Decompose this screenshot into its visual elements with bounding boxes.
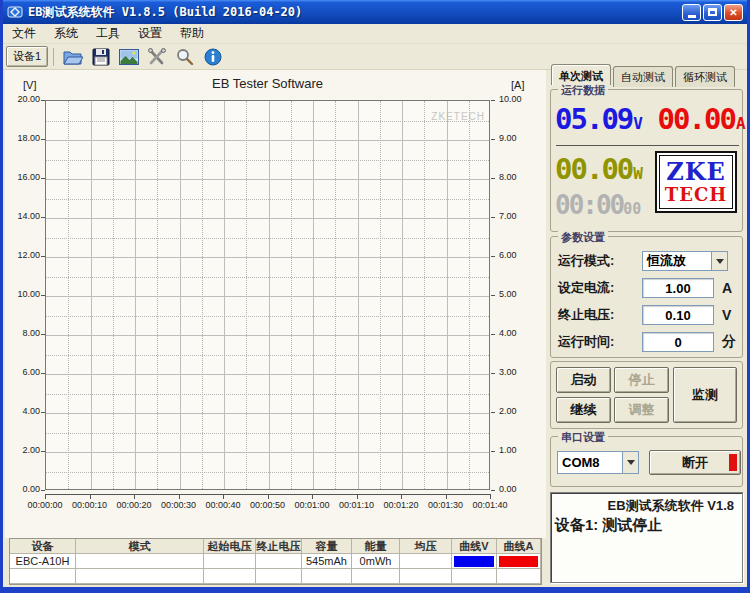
tab-2[interactable]: 循环测试 [675,66,735,87]
x-tickmark [134,494,135,499]
open-file-icon[interactable] [61,46,85,68]
tab-1[interactable]: 自动测试 [613,66,673,87]
toolbar-separator [53,48,54,66]
param-input-2[interactable]: 0.10 [642,305,714,325]
parameter-group: 参数设置 运行模式:恒流放设定电流:1.00A终止电压:0.10V运行时间:0分 [550,236,743,358]
table-cell [256,554,302,569]
gridline-h-minor [46,277,489,278]
gridline-v-minor [157,101,158,489]
logo-line1: ZKE [666,160,726,184]
image-export-icon[interactable] [117,46,141,68]
table-row[interactable]: EBC-A10H545mAh0mWh [10,554,541,569]
y-tick-right: 10.00 [499,94,539,104]
y-tickmark-left [41,373,45,374]
menu-item-2[interactable]: 工具 [87,23,129,44]
y-tick-right: 9.00 [499,133,539,143]
y-tickmark-right [491,334,495,335]
tab-0[interactable]: 单次测试 [551,64,611,85]
gridline-h-minor [46,394,489,395]
left-axis-unit: [V] [23,79,36,91]
param-row-2: 终止电压:0.10V [558,304,738,326]
timer-display: 00:00 [555,190,623,220]
gridline-v-minor [380,101,381,489]
table-cell [10,569,76,584]
curveA-cell [497,569,541,584]
param-label-1: 设定电流: [558,279,642,297]
serial-group-label: 串口设置 [558,430,608,445]
stop-button[interactable]: 停止 [614,367,669,393]
chevron-down-icon[interactable] [622,452,638,473]
table-cell [256,569,302,584]
adjust-button[interactable]: 调整 [614,397,669,423]
y-tick-left: 12.00 [5,250,40,260]
gridline-v-minor [469,101,470,489]
x-tickmark [179,494,180,499]
monitor-button[interactable]: 监测 [673,367,737,423]
menu-item-3[interactable]: 设置 [129,23,171,44]
com-port-select[interactable]: COM8 [557,451,639,474]
y-tickmark-left [41,256,45,257]
menu-bar: 文件系统工具设置帮助 [3,24,747,44]
current-display: 00.00 [658,102,735,136]
table-cell: 545mAh [302,554,352,569]
device-1-button[interactable]: 设备1 [6,46,48,67]
y-tickmark-right [491,256,495,257]
y-tickmark-left [41,217,45,218]
param-label-3: 运行时间: [558,333,642,351]
param-input-3[interactable]: 0 [642,332,714,352]
menu-item-1[interactable]: 系统 [45,23,87,44]
curveV-swatch[interactable] [454,556,494,567]
y-tickmark-right [491,295,495,296]
chart-title: EB Tester Software [45,76,490,91]
com-port-value: COM8 [558,455,622,470]
table-cell: EBC-A10H [10,554,76,569]
table-header-6: 均压 [400,539,452,554]
curveA-swatch[interactable] [499,556,538,567]
param-input-1[interactable]: 1.00 [642,278,714,298]
chevron-down-icon[interactable] [711,252,727,270]
start-button[interactable]: 启动 [556,367,611,393]
tools-icon[interactable] [145,46,169,68]
run-data-group-label: 运行数据 [558,83,608,98]
y-tick-right: 8.00 [499,172,539,182]
info-icon[interactable] [201,46,225,68]
x-tickmark [268,494,269,499]
menu-item-4[interactable]: 帮助 [171,23,213,44]
table-header-1: 模式 [76,539,204,554]
menu-item-0[interactable]: 文件 [3,23,45,44]
y-tickmark-left [41,178,45,179]
gridline-v-minor [202,101,203,489]
curveV-cell [452,569,497,584]
test-mode-tabs: 单次测试自动测试循环测试 [551,64,737,85]
y-tickmark-left [41,295,45,296]
y-tick-right: 0.00 [499,484,539,494]
run-mode-select[interactable]: 恒流放 [642,251,728,271]
continue-button[interactable]: 继续 [556,397,611,423]
status-software-version: EB测试系统软件 V1.8 [551,493,742,515]
y-tickmark-right [491,178,495,179]
connection-indicator [729,454,737,471]
y-tickmark-right [491,217,495,218]
close-button[interactable]: ✕ [724,4,743,21]
gridline-v-minor [424,101,425,489]
plot-grid: ZKETECH [45,100,490,490]
minimize-button[interactable] [682,4,701,21]
table-cell: 0mWh [352,554,400,569]
x-tickmark [223,494,224,499]
save-icon[interactable] [89,46,113,68]
y-tick-left: 6.00 [5,367,40,377]
table-header-4: 容量 [302,539,352,554]
zoom-icon[interactable] [173,46,197,68]
y-tickmark-right [491,490,495,491]
table-header-7: 曲线V [452,539,497,554]
param-row-1: 设定电流:1.00A [558,277,738,299]
maximize-button[interactable] [703,4,722,21]
gridline-h-minor [46,355,489,356]
param-unit-2: V [722,307,731,323]
y-tickmark-left [41,451,45,452]
table-row[interactable] [10,569,541,584]
run-data-separator [556,145,739,146]
table-cell [204,569,256,584]
y-tick-right: 2.00 [499,406,539,416]
disconnect-button[interactable]: 断开 [649,450,741,475]
